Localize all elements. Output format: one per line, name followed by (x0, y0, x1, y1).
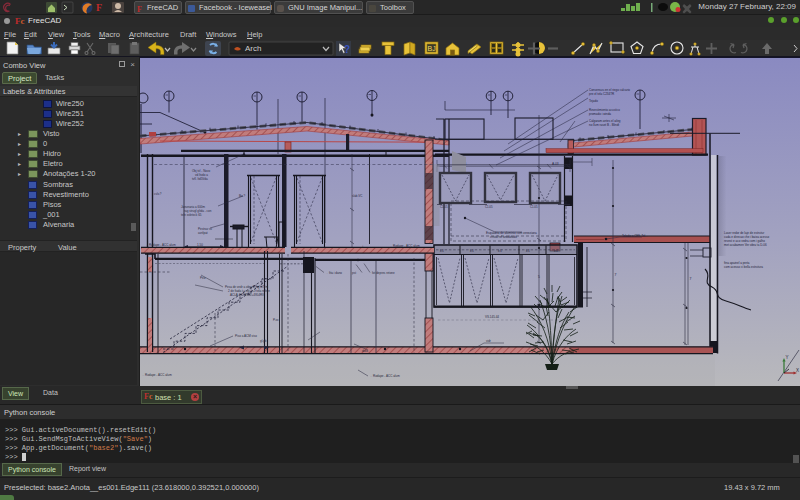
svg-text:←Rodape - ACC alum: ←Rodape - ACC alum (146, 243, 176, 247)
svg-text:teln xxletxck 65: teln xxletxck 65 (181, 213, 202, 217)
svg-text:?: ? (344, 44, 350, 55)
svg-text:Pea: Pea (200, 276, 206, 280)
svg-text:←Rodape - ACC alum: ←Rodape - ACC alum (370, 374, 400, 378)
svg-text:promado i winda: promado i winda (589, 112, 611, 116)
svg-text:met acabamen Ver obra ta D-06: met acabamen Ver obra ta D-06 (724, 243, 767, 247)
svg-text:←Rodape - ACC alum: ←Rodape - ACC alum (390, 244, 420, 248)
svg-text:pre el tela C234TR: pre el tela C234TR (589, 92, 615, 96)
svg-text:Piso a ACM viso: Piso a ACM viso (235, 334, 257, 338)
svg-text:b.6: b.6 (440, 249, 444, 253)
svg-text:cristal ref anodizado: cristal ref anodizado (490, 235, 517, 239)
svg-text:vidr: vidr (486, 339, 491, 343)
svg-text:C1.05: C1.05 (530, 205, 538, 209)
svg-text:fot depres retone: fot depres retone (372, 271, 395, 275)
svg-text:X: X (796, 368, 799, 373)
svg-text:b.6: b.6 (470, 249, 474, 253)
svg-text:b.6: b.6 (498, 249, 502, 253)
svg-text:C1.05: C1.05 (440, 205, 448, 209)
svg-text:A.03: A.03 (552, 162, 559, 166)
svg-text:com acesso ci bella estrutura: com acesso ci bella estrutura (724, 265, 763, 269)
svg-text:C1.05: C1.05 (485, 205, 493, 209)
svg-text:←Rodape - ACC alum: ←Rodape - ACC alum (142, 373, 172, 377)
svg-text:VS.145.44: VS.145.44 (485, 315, 499, 319)
svg-text:b.6: b.6 (526, 249, 530, 253)
svg-text:Y: Y (786, 355, 789, 360)
svg-text:Telado o OFF. Tel...: Telado o OFF. Tel... (622, 234, 648, 238)
svg-text:avrilpat: avrilpat (198, 231, 208, 235)
svg-text:1.50: 1.50 (197, 243, 203, 247)
svg-text:7: 7 (615, 273, 617, 277)
svg-text:7: 7 (690, 277, 692, 281)
svg-text:cslv.?: cslv.? (154, 192, 162, 196)
svg-text:b.6: b.6 (554, 249, 558, 253)
svg-text:pst: pst (352, 271, 356, 275)
svg-text:tvfl. ltd5Vda: tvfl. ltd5Vda (192, 177, 208, 181)
svg-text:duto: duto (362, 349, 368, 353)
svg-text:←fita i dano: ←fita i dano (326, 271, 342, 275)
svg-text:Tejado: Tejado (589, 99, 598, 103)
svg-text:P.xx: P.xx (273, 318, 279, 322)
svg-text:gl.pb: gl.pb (260, 339, 267, 343)
svg-text:slab.VC: slab.VC (352, 194, 363, 198)
svg-text:ACLA 4x25TMD+4954RV: ACLA 4x25TMD+4954RV (230, 293, 264, 297)
svg-text:BJ: BJ (428, 45, 436, 52)
svg-text:Arch: Arch (245, 44, 261, 53)
svg-text:no llum raset B - Blindt: no llum raset B - Blindt (589, 123, 619, 127)
svg-text:F: F (96, 2, 102, 13)
